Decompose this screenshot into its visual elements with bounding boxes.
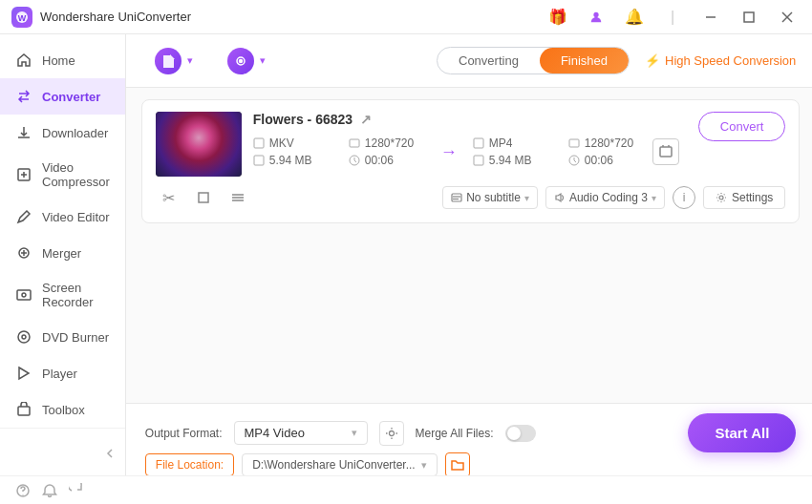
close-icon[interactable] [774, 4, 801, 31]
video-title-text: Flowers - 66823 [253, 112, 353, 127]
sidebar-item-converter[interactable]: Converter [0, 78, 125, 115]
source-duration: 00:06 [365, 154, 394, 167]
sidebar-item-video-compressor[interactable]: Video Compressor [0, 151, 125, 199]
svg-rect-25 [569, 139, 579, 147]
sidebar-item-home[interactable]: Home [0, 42, 125, 78]
add-files-icon [155, 48, 182, 74]
sidebar-label-screen-recorder: Screen Recorder [42, 281, 110, 309]
toolbox-icon [15, 401, 32, 418]
source-meta2: 1280*720 00:06 [349, 136, 425, 167]
bottom-bar: Output Format: MP4 Video ▾ Merge All Fil… [126, 403, 812, 475]
audio-icon [554, 192, 566, 203]
compressor-icon [15, 166, 32, 183]
svg-rect-23 [474, 138, 483, 148]
sidebar-label-home: Home [42, 53, 75, 68]
destination-icon-btn[interactable] [652, 138, 679, 165]
output-format-icon-btn[interactable] [379, 421, 404, 446]
help-icon[interactable] [15, 483, 31, 498]
app-title: Wondershare UniConverter [40, 10, 545, 24]
svg-rect-20 [254, 156, 264, 165]
toggle-knob [507, 427, 521, 440]
effects-icon[interactable] [224, 184, 251, 211]
sidebar-collapse-btn[interactable] [0, 438, 125, 469]
svg-point-36 [389, 430, 394, 435]
merge-toggle[interactable] [505, 425, 536, 442]
svg-rect-32 [452, 194, 461, 201]
minimize-icon[interactable] [697, 4, 724, 31]
sidebar-item-player[interactable]: Player [0, 355, 125, 391]
location-path-text: D:\Wondershare UniConverter... [252, 458, 416, 472]
convert-button[interactable]: Convert [698, 112, 786, 141]
subtitle-chevron: ▾ [524, 193, 529, 203]
settings-icon [716, 192, 727, 203]
svg-rect-28 [199, 193, 208, 202]
refresh-footer-icon[interactable] [69, 483, 84, 498]
svg-point-12 [22, 293, 26, 297]
audio-select[interactable]: Audio Coding 3 ▾ [545, 186, 665, 209]
cut-icon[interactable]: ✂ [156, 184, 182, 211]
home-icon [15, 52, 32, 69]
add-files-chevron: ▾ [187, 54, 193, 67]
sidebar-item-video-editor[interactable]: Video Editor [0, 199, 125, 235]
info-button[interactable]: i [673, 186, 695, 209]
start-all-button[interactable]: Start All [688, 413, 796, 452]
tab-finished[interactable]: Finished [540, 48, 629, 74]
svg-rect-11 [17, 290, 31, 300]
sidebar: Home Converter Downloader Video Compress… [0, 34, 126, 475]
subtitle-select[interactable]: No subtitle ▾ [442, 186, 538, 209]
dest-format: MP4 [489, 136, 513, 150]
bottom-row2: File Location: D:\Wondershare UniConvert… [145, 452, 797, 475]
browse-folder-button[interactable] [445, 452, 470, 475]
file-location-button[interactable]: File Location: [145, 453, 234, 475]
thumbnail-image [156, 112, 242, 177]
sidebar-item-merger[interactable]: Merger [0, 235, 125, 271]
external-link-icon[interactable]: ↗ [360, 112, 372, 127]
bell-icon[interactable]: 🔔 [621, 4, 648, 31]
dest-meta2: 1280*720 00:06 [568, 136, 645, 167]
audio-chevron: ▾ [652, 193, 656, 203]
file-size-icon [253, 155, 265, 166]
sidebar-item-dvd-burner[interactable]: DVD Burner [0, 319, 125, 355]
sidebar-label-compressor: Video Compressor [42, 160, 110, 189]
user-icon[interactable] [583, 4, 609, 31]
sidebar-item-downloader[interactable]: Downloader [0, 115, 125, 151]
dest-dur-icon [568, 155, 580, 166]
maximize-icon[interactable] [736, 4, 762, 31]
sidebar-label-toolbox: Toolbox [42, 403, 85, 417]
sidebar-label-dvd-burner: DVD Burner [42, 330, 109, 345]
tab-group: Converting Finished [437, 47, 630, 74]
crop-icon[interactable] [190, 184, 217, 211]
main-layout: Home Converter Downloader Video Compress… [0, 34, 812, 475]
svg-rect-19 [254, 138, 264, 148]
output-format-value: MP4 Video [245, 426, 305, 440]
duration-icon [349, 155, 360, 166]
notification-footer-icon[interactable] [42, 483, 57, 498]
gift-icon[interactable]: 🎁 [545, 4, 571, 31]
dest-duration: 00:06 [585, 154, 613, 167]
dest-size-row: 5.94 MB [473, 154, 568, 167]
footer-icons [15, 483, 84, 498]
sidebar-label-downloader: Downloader [42, 126, 108, 140]
sidebar-item-screen-recorder[interactable]: Screen Recorder [0, 271, 125, 319]
output-format-select[interactable]: MP4 Video ▾ [234, 421, 368, 445]
lightning-icon: ⚡ [645, 53, 660, 68]
video-thumbnail [156, 112, 242, 177]
dest-format-row: MP4 [473, 136, 568, 150]
merger-icon [15, 244, 32, 262]
screen-record-button[interactable]: ▾ [218, 42, 275, 80]
file-location-path: D:\Wondershare UniConverter... ▾ [242, 453, 438, 475]
source-size-row: 5.94 MB [253, 154, 349, 167]
source-dur-row: 00:06 [349, 154, 425, 167]
settings-label: Settings [732, 191, 773, 204]
dest-size-icon [473, 155, 484, 166]
bottom-row1: Output Format: MP4 Video ▾ Merge All Fil… [145, 413, 797, 452]
settings-button[interactable]: Settings [703, 186, 785, 209]
tab-converting[interactable]: Converting [438, 48, 540, 74]
window-controls: 🎁 🔔 | [545, 4, 801, 31]
sidebar-item-toolbox[interactable]: Toolbox [0, 391, 125, 428]
add-files-button[interactable]: ▾ [145, 42, 203, 80]
svg-marker-15 [19, 368, 29, 379]
source-res-row: 1280*720 [349, 136, 425, 150]
folder-icon [451, 458, 464, 472]
location-chevron[interactable]: ▾ [421, 459, 427, 472]
